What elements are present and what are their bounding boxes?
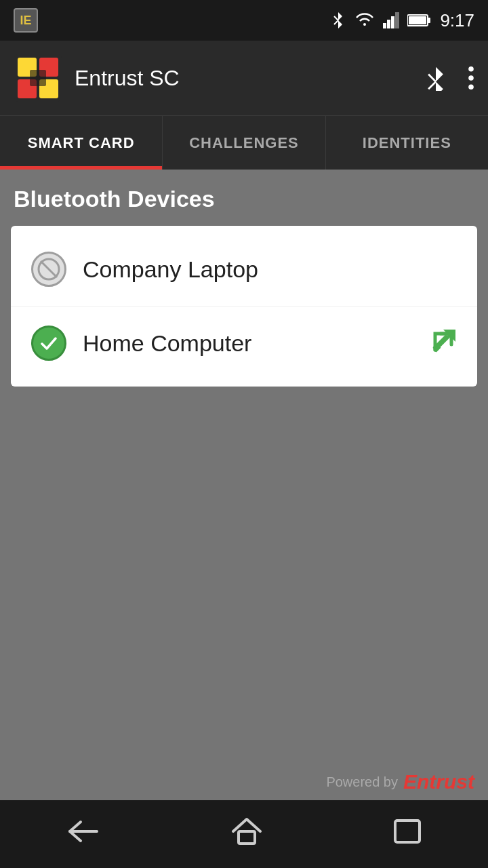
app-bar-actions xyxy=(424,65,474,91)
wifi-icon xyxy=(354,12,375,28)
svg-rect-5 xyxy=(428,18,430,23)
app-title: Entrust SC xyxy=(75,66,412,91)
status-icons: 9:17 xyxy=(330,10,474,31)
svg-line-23 xyxy=(435,334,451,350)
device-status-enabled-icon xyxy=(31,326,66,361)
entrust-brand: Entrust xyxy=(403,770,474,793)
status-bar: IE 9:17 xyxy=(0,0,488,41)
recents-button[interactable] xyxy=(372,811,443,858)
svg-rect-6 xyxy=(409,16,426,24)
app-bar: Entrust SC xyxy=(0,41,488,115)
svg-line-14 xyxy=(428,81,436,89)
svg-rect-0 xyxy=(383,23,386,28)
tab-identities[interactable]: IDENTITIES xyxy=(326,116,488,170)
tab-bar: SMART CARD CHALLENGES IDENTITIES xyxy=(0,115,488,170)
bluetooth-icon xyxy=(330,11,346,30)
device-card: Company Laptop Home Computer xyxy=(11,226,477,387)
section-title: Bluetooth Devices xyxy=(11,186,477,212)
svg-point-17 xyxy=(468,85,474,90)
svg-rect-25 xyxy=(239,831,255,844)
svg-rect-26 xyxy=(395,821,420,842)
content-area: Bluetooth Devices Company Laptop Home Co… xyxy=(0,170,488,827)
svg-point-15 xyxy=(468,66,474,72)
svg-line-13 xyxy=(428,75,436,82)
powered-by-text: Powered by xyxy=(326,774,398,790)
status-bar-left: IE xyxy=(14,0,38,41)
svg-rect-2 xyxy=(391,16,394,28)
more-options-icon[interactable] xyxy=(468,65,474,91)
svg-rect-1 xyxy=(387,20,390,28)
back-button[interactable] xyxy=(45,811,121,858)
status-time: 9:17 xyxy=(440,10,474,31)
svg-line-19 xyxy=(41,261,57,277)
list-item[interactable]: Company Laptop xyxy=(11,233,477,306)
battery-icon xyxy=(407,14,432,27)
device-name-company-laptop: Company Laptop xyxy=(83,256,258,283)
svg-rect-3 xyxy=(395,12,399,28)
appbar-bluetooth-icon[interactable] xyxy=(424,65,447,91)
nav-bar xyxy=(0,800,488,868)
home-button[interactable] xyxy=(211,810,282,859)
app-status-icon: IE xyxy=(14,8,38,33)
device-status-disabled-icon xyxy=(31,252,66,287)
powered-by: Powered by Entrust xyxy=(326,770,474,793)
svg-rect-12 xyxy=(30,70,46,86)
tab-challenges[interactable]: CHALLENGES xyxy=(163,116,325,170)
tab-smart-card[interactable]: SMART CARD xyxy=(0,116,163,170)
svg-point-16 xyxy=(468,75,474,81)
app-icon xyxy=(14,54,62,102)
signal-icon xyxy=(383,12,399,28)
list-item[interactable]: Home Computer xyxy=(11,306,477,380)
device-name-home-computer: Home Computer xyxy=(83,330,251,357)
device-arrow-icon xyxy=(428,327,458,359)
